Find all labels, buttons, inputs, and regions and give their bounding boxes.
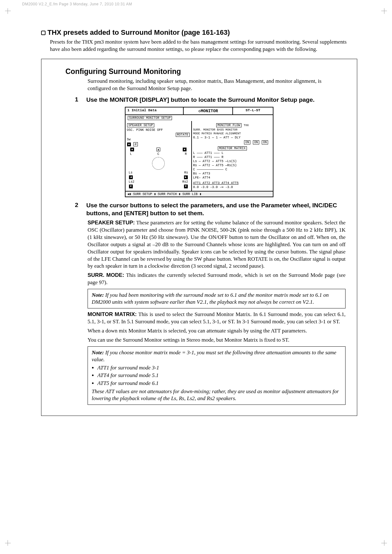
- lcd-att-hdr: ATT1 ATT2 ATT3 ATT4 ATT5: [193, 181, 272, 185]
- lcd-matrix-row: L ——— ATT1 ——— L: [193, 151, 272, 155]
- speaker-icon: ▲: [130, 148, 134, 151]
- lcd-tab-bar: ◀▮ SURR SETUP ▮ SURR PATCH ▮ SURR LIB ▮: [126, 191, 273, 197]
- speaker-icon: ▲: [183, 148, 187, 151]
- lcd-phase: ø: [133, 142, 138, 146]
- lcd-matrix-row: LFE– ATT4: [193, 176, 272, 180]
- panel-heading: Configuring Surround Monitoring: [65, 67, 346, 76]
- lcd-rotate: ROTATE: [176, 133, 190, 137]
- monitor-matrix-p3: You can use the Surround Monitor setting…: [88, 337, 346, 344]
- lcd-flow-row1: 6.1 — 3-1 — 1 — ATT — DLY: [193, 136, 272, 139]
- bullet-icon: [41, 31, 46, 35]
- content-panel: Configuring Surround Monitoring Surround…: [41, 59, 357, 416]
- lcd-ls2: Ls2: [129, 180, 134, 184]
- note-2-item-1: ATT1 for surround mode 3-1: [97, 364, 341, 371]
- lcd-mode: ◇MONITOR: [184, 107, 233, 114]
- step-1: 1 Use the MONITOR [DISPLAY] button to lo…: [75, 96, 346, 104]
- step-2-number: 2: [75, 202, 81, 217]
- lcd-matrix-row: R ——— ATT1 ——— R: [193, 155, 272, 159]
- lcd-flow-row2: ON ON ON: [193, 140, 272, 145]
- speaker-icon: ▼: [129, 185, 133, 188]
- note-2-outro: These ATT values are not attenuators for…: [92, 388, 339, 401]
- monitor-matrix-p2: When a down mix Monitor Matrix is select…: [88, 327, 346, 335]
- section-title: THX presets added to Surround Monitor (p…: [41, 28, 357, 37]
- surr-mode-body: This indicates the currently selected Su…: [88, 272, 346, 285]
- step-1-text: Use the MONITOR [DISPLAY] button to loca…: [86, 96, 315, 104]
- surr-mode-label: SURR. MODE:: [88, 272, 124, 278]
- lcd-left-panel: SPEAKER SETUP OSC. PINK NOISE OFF ROTATE…: [126, 121, 192, 191]
- note-2-item-3: ATT5 for surround mode 6.1: [97, 380, 341, 387]
- monitor-matrix-p1: MONITOR MATRIX: This is used to select t…: [88, 311, 346, 326]
- crop-mark-br: [379, 538, 389, 548]
- monitor-matrix-label: MONITOR MATRIX:: [88, 311, 137, 317]
- note-2-item-2: ATT4 for surround mode 5.1: [97, 372, 341, 379]
- speaker-setup-label: SPEAKER SETUP:: [88, 220, 135, 226]
- lead-paragraph: Surround monitoring, including speaker s…: [88, 78, 346, 92]
- lcd-osc-row: OSC. PINK NOISE OFF: [127, 128, 190, 132]
- lcd-c: C: [157, 152, 159, 156]
- lcd-screenshot: 1 Initial Data ◇MONITOR ST-L-ST SURROUND…: [125, 107, 273, 197]
- lcd-flow-cols2: MODE MATRIX MANAGE ALIGNMENT: [193, 132, 272, 135]
- lcd-rs: Rs: [184, 171, 188, 174]
- note-1: Note: If you had been monitoring with th…: [88, 289, 346, 308]
- lcd-l: L: [130, 152, 132, 156]
- note-2-intro: If you choose monitor matrix mode = 3-1,…: [92, 350, 336, 362]
- speaker-icon: ▶: [184, 175, 188, 179]
- note-label: Note:: [92, 350, 104, 356]
- surr-mode-paragraph: SURR. MODE: This indicates the currently…: [88, 272, 346, 286]
- crop-mark-tr: [379, 6, 389, 16]
- lcd-matrix-row: Rs — ATT2 — ATT5 —Rs(S): [193, 164, 272, 167]
- step-2: 2 Use the cursor buttons to select the p…: [75, 202, 346, 217]
- intro-paragraph: Presets for the THX pm3 monitor system h…: [50, 39, 357, 53]
- note-label: Note:: [92, 292, 104, 298]
- lcd-flow-hdr: MONITOR FLOW: [216, 123, 242, 127]
- lcd-matrix-row: Ls — ATT2 — ATT5 —Ls(S): [193, 160, 272, 163]
- lcd-speaker-setup-hdr: SPEAKER SETUP: [127, 123, 154, 127]
- lcd-title: 1 Initial Data: [126, 107, 184, 114]
- speaker-icon: ◀: [129, 175, 133, 179]
- lcd-r: R: [185, 152, 187, 156]
- lcd-att-vals: 0.0 -3.0 -3.0 -∞ -3.0: [193, 186, 272, 189]
- crop-mark-bl: [3, 538, 13, 548]
- lcd-subtitle: SURROUND MONITOR SETUP: [128, 116, 172, 120]
- speaker-icon: ▼: [184, 185, 188, 188]
- crop-mark-tl: [3, 6, 13, 16]
- lcd-rs2: Rs2: [182, 180, 188, 184]
- speaker-setup-paragraph: SPEAKER SETUP: These parameters are for …: [88, 219, 346, 270]
- step-1-number: 1: [75, 96, 81, 104]
- body-block: SPEAKER SETUP: These parameters are for …: [88, 219, 346, 286]
- lcd-sw-label: Sw: [127, 138, 190, 141]
- lcd-ls: Ls: [129, 171, 132, 174]
- monitor-matrix-block: MONITOR MATRIX: This is used to select t…: [88, 311, 346, 344]
- page-stamp: DM2000 V2.2_E.fm Page 3 Monday, June 7, …: [22, 2, 132, 6]
- section-title-text: THX presets added to Surround Monitor (p…: [47, 28, 230, 36]
- step-2-text: Use the cursor buttons to select the par…: [86, 202, 346, 217]
- lcd-right-panel: MONITOR FLOW THX SURR. MONITOR BASS MONI…: [192, 121, 273, 191]
- lcd-matrix-row: C —————————————— C: [193, 168, 272, 171]
- speaker-icon: ▲: [156, 148, 160, 151]
- lcd-st: ST-L-ST: [233, 107, 273, 114]
- lcd-flow-cols: SURR. MONITOR BASS MONITOR: [193, 128, 272, 131]
- speaker-icon: ▲: [127, 143, 131, 146]
- note-1-text: If you had been monitoring with the surr…: [92, 292, 329, 305]
- speaker-setup-body: These parameters are for setting the vol…: [88, 220, 346, 269]
- lcd-matrix-row: Bs — ATT3: [193, 172, 272, 175]
- note-2: Note: If you choose monitor matrix mode …: [88, 346, 346, 405]
- lcd-matrix-hdr: MONITOR MATRIX: [218, 146, 247, 150]
